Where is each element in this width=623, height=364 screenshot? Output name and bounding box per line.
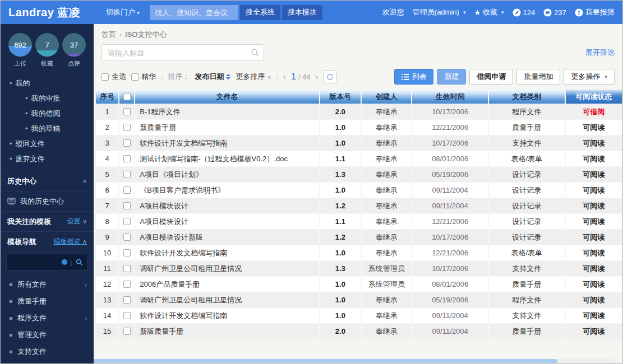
row-checkbox[interactable] (123, 234, 131, 241)
cell-file-name[interactable]: 新质量手册 (135, 120, 319, 135)
more-sort-button[interactable]: 更多排序∧ (236, 72, 271, 82)
user-menu[interactable]: 管理员(admin)▾ (413, 7, 466, 17)
expand-filter-link[interactable]: 展开筛选 (585, 48, 615, 58)
search-icon[interactable] (76, 259, 83, 266)
comment-counter[interactable]: 237 (543, 8, 566, 17)
checkbox-icon[interactable] (101, 73, 109, 81)
sidebar-item-my[interactable]: •我的 (10, 76, 94, 91)
sidebar-category-item[interactable]: 管理文件 (1, 326, 94, 343)
cell-file-name[interactable]: 《B项目客户需求说明书》 (135, 183, 319, 198)
cell-file-name[interactable]: 测试计划编写指南-（过程文档模板V0.2）.doc (135, 151, 319, 166)
header-version[interactable]: 版本号 (320, 90, 361, 104)
stat-circle[interactable]: 37 点评 (61, 33, 87, 68)
row-checkbox[interactable] (123, 328, 131, 335)
row-checkbox[interactable] (123, 218, 131, 225)
row-checkbox[interactable] (123, 108, 131, 115)
row-checkbox[interactable] (123, 249, 131, 256)
search-module-button[interactable]: 搜本模块 (282, 5, 322, 20)
breadcrumb-home[interactable]: 首页 (101, 30, 116, 39)
batch-add-button[interactable]: 批量增加 (516, 69, 560, 85)
sidebar-item-my-sub[interactable]: •我的草稿 (10, 121, 94, 136)
sidebar-item[interactable]: •驳回文件 (10, 136, 94, 151)
bullet-icon: • (25, 109, 28, 118)
scrollbar-thumb[interactable] (94, 359, 557, 363)
sidebar-category-item[interactable]: 支持文件 (1, 343, 94, 360)
refresh-button[interactable] (323, 70, 336, 83)
header-no[interactable]: 序号 (96, 90, 118, 104)
row-checkbox[interactable] (123, 186, 131, 194)
cell-file-name[interactable]: 调研广州卫星公司租用卫星情况 (135, 261, 319, 276)
edit-counter[interactable]: 124 (513, 8, 536, 17)
global-search-input[interactable] (150, 5, 238, 20)
chevron-up-icon[interactable]: ∧ (82, 178, 87, 185)
header-effective-date[interactable]: 生效时间 (412, 90, 488, 104)
row-checkbox[interactable] (123, 155, 131, 162)
table-row: 13 调研广州卫星公司租用卫星情况 1.0 奉继承 05/19/2006 程序文… (96, 292, 622, 307)
cell-file-name[interactable]: 调研广州卫星公司租用卫星情况 (135, 292, 319, 307)
sidebar-item-my-sub[interactable]: •我的借阅 (10, 106, 94, 121)
prev-page-button[interactable]: ‹ (283, 72, 286, 81)
sort-field-button[interactable]: 发布日期 (195, 72, 230, 82)
stat-circle[interactable]: 7 收藏 (34, 33, 60, 68)
select-all-checkbox[interactable]: 全选 (101, 72, 126, 82)
checkbox-icon[interactable] (131, 73, 139, 81)
sidebar-category-item[interactable]: 程序文件 › (1, 310, 94, 326)
row-checkbox[interactable] (123, 139, 131, 147)
title-search-input[interactable] (101, 44, 264, 61)
cell-file-name[interactable]: A项目模块设计新版 (135, 230, 319, 245)
report-issue[interactable]: 我要报障 (575, 7, 615, 17)
next-page-button[interactable]: › (316, 72, 319, 81)
search-system-button[interactable]: 搜全系统 (240, 5, 280, 20)
switch-portal-menu[interactable]: 切换门户▾ (106, 7, 140, 17)
header-creator[interactable]: 创建人 (362, 90, 411, 104)
row-checkbox[interactable] (123, 296, 131, 304)
select-all-header-checkbox[interactable] (123, 93, 131, 100)
app-logo[interactable]: Landray 蓝凌 (8, 5, 80, 20)
template-search-input[interactable] (11, 258, 62, 266)
cell-file-name[interactable]: A项目《项目计划》 (135, 167, 319, 182)
header-filename[interactable]: 文件名 (135, 90, 319, 104)
row-checkbox[interactable] (123, 124, 131, 131)
sidebar-item-my-history[interactable]: 我的历史中心 (1, 191, 94, 211)
stat-value: 7 (35, 33, 59, 57)
horizontal-scrollbar[interactable] (94, 359, 615, 363)
row-checkbox[interactable] (123, 171, 131, 178)
sidebar-category-item[interactable]: 所有文件 › (1, 276, 94, 293)
sidebar-category-item[interactable]: 质量手册 (1, 293, 94, 310)
favorites-menu[interactable]: ★ 收藏▾ (474, 7, 504, 17)
cell-file-name[interactable]: 新版质量手册 (135, 324, 319, 339)
list-view-button[interactable]: 列表 (394, 69, 433, 85)
history-section-header[interactable]: 历史中心 ∧ (1, 171, 94, 191)
cell-file-name[interactable]: A项目模块设计 (135, 198, 319, 213)
row-checkbox[interactable] (123, 265, 131, 272)
cell-read-status: 可阅读 (566, 277, 622, 292)
sidebar-item[interactable]: •废弃文件 (10, 151, 94, 166)
stat-circle[interactable]: 692 上传 (7, 33, 33, 68)
settings-link[interactable]: 设置 ∨ (67, 217, 87, 226)
cell-file-name[interactable]: B-1程序文件 (135, 104, 319, 119)
sidebar-item-my-sub[interactable]: •我的审批 (10, 91, 94, 106)
search-toggle-icon[interactable] (62, 259, 67, 265)
cell-checkbox (119, 167, 134, 182)
cell-file-name[interactable]: 软件设计开发文档编写指南 (135, 308, 319, 323)
header-doc-category[interactable]: 文档类别 (489, 90, 565, 104)
cell-file-name[interactable]: 软件设计开发文档编写指南 (135, 245, 319, 260)
chevron-up-icon: ∧ (267, 74, 271, 80)
cell-file-name[interactable]: 2006产品质量手册 (135, 277, 319, 292)
borrow-request-button[interactable]: 借阅申请 (469, 69, 513, 85)
row-checkbox[interactable] (123, 312, 131, 319)
row-checkbox[interactable] (123, 202, 131, 209)
header-read-status[interactable]: 可阅读状态 (566, 90, 622, 104)
table-row: 2 新质量手册 1.0 奉继承 12/21/2006 质量手册 可阅读 (96, 120, 622, 135)
search-icon[interactable] (251, 48, 260, 57)
cell-file-name[interactable]: 软件设计开发文档编写指南 (135, 136, 319, 151)
sidebar-category-item[interactable]: 表格表单 (1, 360, 94, 363)
cell-file-name[interactable]: A项目模块设计 (135, 214, 319, 229)
new-button[interactable]: 新建 (437, 69, 466, 85)
essence-checkbox[interactable]: 精华 (131, 72, 156, 82)
template-overview-link[interactable]: 模板概览 ∧ (54, 237, 87, 246)
breadcrumb: 首页›ISO文控中心 (94, 24, 622, 42)
more-actions-button[interactable]: 更多操作▾ (564, 69, 615, 85)
followed-templates-header: 我关注的模板 设置 ∨ (1, 211, 94, 231)
row-checkbox[interactable] (123, 281, 131, 288)
